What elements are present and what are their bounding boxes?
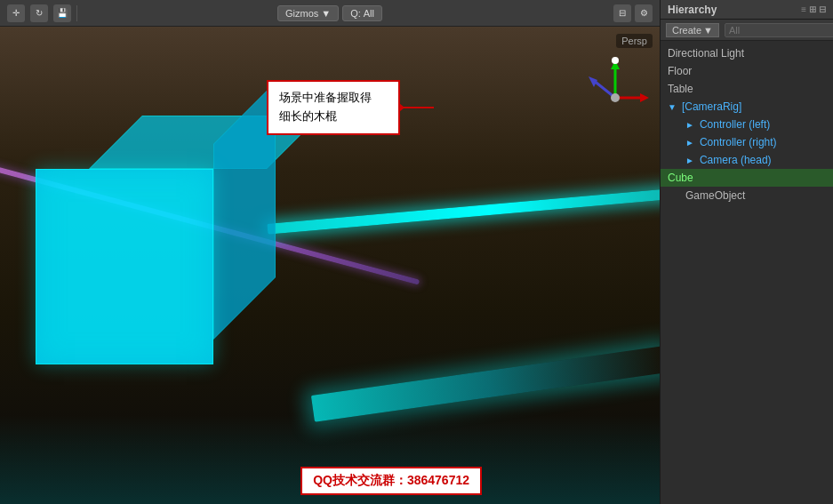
hierarchy-item-camera-rig[interactable]: ▼ [CameraRig] — [661, 98, 833, 116]
item-label: Controller (left) — [700, 118, 770, 131]
hierarchy-item-camera-head[interactable]: ► Camera (head) — [661, 151, 833, 169]
separator — [76, 5, 77, 21]
hierarchy-icon-3[interactable]: ⊟ — [819, 4, 826, 14]
cyan-beam — [267, 185, 660, 235]
hierarchy-icons: ≡ ⊞ ⊟ — [801, 4, 826, 14]
persp-label: Persp — [616, 34, 653, 48]
svg-marker-3 — [640, 93, 649, 102]
hierarchy-list: Directional Light Floor Table ▼ [CameraR… — [661, 41, 833, 504]
hierarchy-item-gameobject[interactable]: GameObject — [661, 187, 833, 204]
hierarchy-header: Hierarchy ≡ ⊞ ⊟ — [661, 0, 833, 20]
qq-badge: QQ技术交流群：386476712 — [300, 467, 482, 495]
main-container: ✛ ↻ 💾 Gizmos ▼ Q: All ⊟ ⚙ — [0, 0, 833, 504]
expand-arrow: ► — [685, 138, 694, 148]
create-label: Create — [672, 25, 701, 36]
svg-point-6 — [611, 93, 620, 102]
hierarchy-item-cube[interactable]: Cube — [661, 169, 833, 187]
item-label: Camera (head) — [700, 154, 772, 166]
create-arrow: ▼ — [703, 25, 713, 36]
search-all-label: All — [364, 8, 374, 19]
scene-toolbar: ✛ ↻ 💾 Gizmos ▼ Q: All ⊟ ⚙ — [0, 0, 660, 27]
hierarchy-item-floor[interactable]: Floor — [661, 62, 833, 80]
annotation-tooltip: 场景中准备握取得 细长的木棍 — [267, 80, 400, 135]
create-button[interactable]: Create ▼ — [666, 23, 719, 37]
settings-icon[interactable]: ⚙ — [635, 4, 653, 22]
hierarchy-title: Hierarchy — [668, 4, 717, 16]
cube-face-front — [36, 169, 213, 364]
gizmos-arrow: ▼ — [321, 8, 331, 19]
svg-marker-5 — [589, 76, 597, 87]
hierarchy-item-table[interactable]: Table — [661, 80, 833, 98]
toolbar-right: ⊟ ⚙ — [613, 4, 653, 22]
expand-arrow: ▼ — [668, 102, 677, 112]
annotation-line2: 细长的木棍 — [279, 108, 388, 126]
hierarchy-icon-1[interactable]: ≡ — [801, 4, 806, 14]
toolbar-center: Gizmos ▼ Q: All — [277, 5, 382, 21]
gizmo-widget — [580, 53, 651, 124]
item-label: GameObject — [685, 189, 745, 202]
expand-arrow: ► — [685, 156, 694, 165]
expand-arrow: ► — [685, 120, 694, 130]
item-label: Directional Light — [668, 47, 744, 60]
hierarchy-toolbar: Create ▼ — [661, 20, 833, 41]
item-label: Cube — [668, 172, 693, 184]
search-label: Q: — [350, 8, 361, 19]
annotation-line1: 场景中准备握取得 — [279, 89, 388, 108]
hierarchy-search-input[interactable] — [725, 23, 833, 37]
hierarchy-item-controller-left[interactable]: ► Controller (left) — [661, 116, 833, 133]
search-all-btn[interactable]: Q: All — [342, 5, 382, 21]
layout-icon[interactable]: ⊟ — [613, 4, 631, 22]
gizmos-button[interactable]: Gizmos ▼ — [277, 5, 339, 21]
svg-point-7 — [612, 57, 619, 64]
item-label: Controller (right) — [700, 136, 777, 148]
hierarchy-icon-2[interactable]: ⊞ — [809, 4, 816, 14]
rotate-tool-icon[interactable]: ↻ — [30, 4, 48, 22]
item-label: Floor — [668, 65, 692, 77]
hierarchy-item-controller-right[interactable]: ► Controller (right) — [661, 133, 833, 151]
scene-panel: ✛ ↻ 💾 Gizmos ▼ Q: All ⊟ ⚙ — [0, 0, 660, 504]
item-label: [CameraRig] — [682, 100, 741, 113]
save-icon[interactable]: 💾 — [53, 4, 71, 22]
scene-3d: Persp 场景中准备握取得 细长的木棍 QQ技术交流群：386476712 — [0, 27, 660, 504]
item-label: Table — [668, 83, 693, 95]
transform-tool-icon[interactable]: ✛ — [7, 4, 25, 22]
scene-viewport[interactable]: Persp 场景中准备握取得 细长的木棍 QQ技术交流群：386476712 — [0, 27, 660, 504]
hierarchy-panel: Hierarchy ≡ ⊞ ⊟ Create ▼ Directional Lig… — [660, 0, 833, 504]
hierarchy-item-directional-light[interactable]: Directional Light — [661, 44, 833, 62]
cyan-beam-lower — [311, 346, 660, 421]
gizmos-label: Gizmos — [285, 8, 318, 19]
